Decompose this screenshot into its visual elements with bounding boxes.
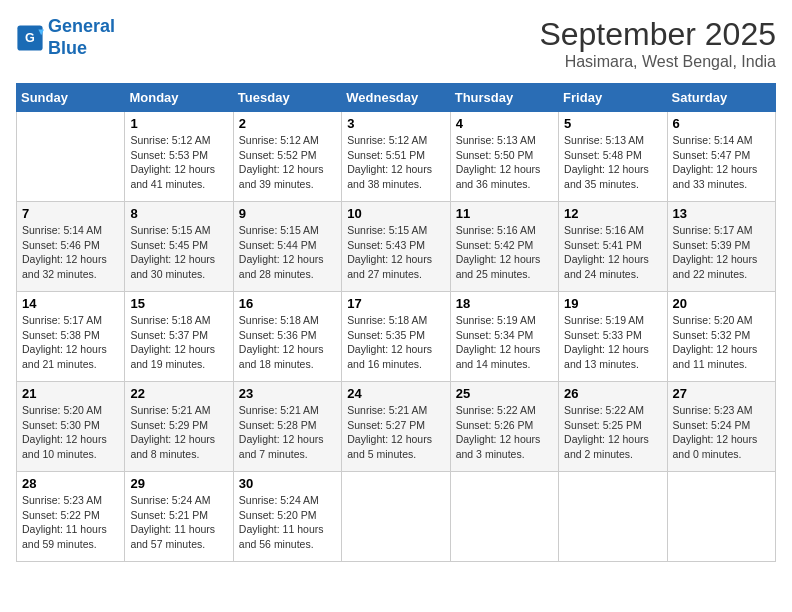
calendar-cell: 10Sunrise: 5:15 AM Sunset: 5:43 PM Dayli…	[342, 202, 450, 292]
day-number: 29	[130, 476, 227, 491]
day-number: 11	[456, 206, 553, 221]
day-info: Sunrise: 5:18 AM Sunset: 5:35 PM Dayligh…	[347, 313, 444, 372]
calendar-cell	[17, 112, 125, 202]
logo-text: General Blue	[48, 16, 115, 59]
day-number: 16	[239, 296, 336, 311]
weekday-header-thursday: Thursday	[450, 84, 558, 112]
logo: G General Blue	[16, 16, 115, 59]
day-info: Sunrise: 5:19 AM Sunset: 5:34 PM Dayligh…	[456, 313, 553, 372]
calendar-cell: 26Sunrise: 5:22 AM Sunset: 5:25 PM Dayli…	[559, 382, 667, 472]
calendar-week-2: 7Sunrise: 5:14 AM Sunset: 5:46 PM Daylig…	[17, 202, 776, 292]
calendar-cell: 27Sunrise: 5:23 AM Sunset: 5:24 PM Dayli…	[667, 382, 775, 472]
day-info: Sunrise: 5:18 AM Sunset: 5:36 PM Dayligh…	[239, 313, 336, 372]
location-subtitle: Hasimara, West Bengal, India	[539, 53, 776, 71]
calendar-week-5: 28Sunrise: 5:23 AM Sunset: 5:22 PM Dayli…	[17, 472, 776, 562]
day-info: Sunrise: 5:15 AM Sunset: 5:45 PM Dayligh…	[130, 223, 227, 282]
day-info: Sunrise: 5:12 AM Sunset: 5:51 PM Dayligh…	[347, 133, 444, 192]
day-number: 6	[673, 116, 770, 131]
day-info: Sunrise: 5:23 AM Sunset: 5:24 PM Dayligh…	[673, 403, 770, 462]
calendar-cell: 11Sunrise: 5:16 AM Sunset: 5:42 PM Dayli…	[450, 202, 558, 292]
calendar-cell: 30Sunrise: 5:24 AM Sunset: 5:20 PM Dayli…	[233, 472, 341, 562]
calendar-cell: 18Sunrise: 5:19 AM Sunset: 5:34 PM Dayli…	[450, 292, 558, 382]
day-number: 20	[673, 296, 770, 311]
day-info: Sunrise: 5:24 AM Sunset: 5:21 PM Dayligh…	[130, 493, 227, 552]
day-number: 8	[130, 206, 227, 221]
day-number: 22	[130, 386, 227, 401]
calendar-cell: 28Sunrise: 5:23 AM Sunset: 5:22 PM Dayli…	[17, 472, 125, 562]
calendar-cell: 24Sunrise: 5:21 AM Sunset: 5:27 PM Dayli…	[342, 382, 450, 472]
day-info: Sunrise: 5:15 AM Sunset: 5:43 PM Dayligh…	[347, 223, 444, 282]
calendar-cell: 29Sunrise: 5:24 AM Sunset: 5:21 PM Dayli…	[125, 472, 233, 562]
day-number: 1	[130, 116, 227, 131]
calendar-cell: 14Sunrise: 5:17 AM Sunset: 5:38 PM Dayli…	[17, 292, 125, 382]
day-info: Sunrise: 5:22 AM Sunset: 5:26 PM Dayligh…	[456, 403, 553, 462]
day-number: 12	[564, 206, 661, 221]
weekday-header-row: SundayMondayTuesdayWednesdayThursdayFrid…	[17, 84, 776, 112]
day-info: Sunrise: 5:21 AM Sunset: 5:27 PM Dayligh…	[347, 403, 444, 462]
day-number: 14	[22, 296, 119, 311]
day-info: Sunrise: 5:19 AM Sunset: 5:33 PM Dayligh…	[564, 313, 661, 372]
weekday-header-friday: Friday	[559, 84, 667, 112]
day-info: Sunrise: 5:24 AM Sunset: 5:20 PM Dayligh…	[239, 493, 336, 552]
day-info: Sunrise: 5:14 AM Sunset: 5:46 PM Dayligh…	[22, 223, 119, 282]
day-info: Sunrise: 5:15 AM Sunset: 5:44 PM Dayligh…	[239, 223, 336, 282]
calendar-cell: 21Sunrise: 5:20 AM Sunset: 5:30 PM Dayli…	[17, 382, 125, 472]
calendar-cell: 1Sunrise: 5:12 AM Sunset: 5:53 PM Daylig…	[125, 112, 233, 202]
day-number: 26	[564, 386, 661, 401]
header: G General Blue September 2025 Hasimara, …	[16, 16, 776, 71]
day-number: 23	[239, 386, 336, 401]
calendar-cell: 23Sunrise: 5:21 AM Sunset: 5:28 PM Dayli…	[233, 382, 341, 472]
day-number: 27	[673, 386, 770, 401]
day-number: 30	[239, 476, 336, 491]
day-number: 7	[22, 206, 119, 221]
weekday-header-tuesday: Tuesday	[233, 84, 341, 112]
calendar-week-4: 21Sunrise: 5:20 AM Sunset: 5:30 PM Dayli…	[17, 382, 776, 472]
day-number: 17	[347, 296, 444, 311]
weekday-header-sunday: Sunday	[17, 84, 125, 112]
calendar-cell: 25Sunrise: 5:22 AM Sunset: 5:26 PM Dayli…	[450, 382, 558, 472]
day-info: Sunrise: 5:20 AM Sunset: 5:30 PM Dayligh…	[22, 403, 119, 462]
svg-text:G: G	[25, 31, 35, 45]
day-info: Sunrise: 5:16 AM Sunset: 5:41 PM Dayligh…	[564, 223, 661, 282]
day-info: Sunrise: 5:22 AM Sunset: 5:25 PM Dayligh…	[564, 403, 661, 462]
day-number: 13	[673, 206, 770, 221]
calendar-cell: 16Sunrise: 5:18 AM Sunset: 5:36 PM Dayli…	[233, 292, 341, 382]
calendar-cell	[450, 472, 558, 562]
day-number: 24	[347, 386, 444, 401]
calendar-cell: 2Sunrise: 5:12 AM Sunset: 5:52 PM Daylig…	[233, 112, 341, 202]
calendar-cell	[342, 472, 450, 562]
day-info: Sunrise: 5:17 AM Sunset: 5:38 PM Dayligh…	[22, 313, 119, 372]
weekday-header-monday: Monday	[125, 84, 233, 112]
day-info: Sunrise: 5:17 AM Sunset: 5:39 PM Dayligh…	[673, 223, 770, 282]
weekday-header-saturday: Saturday	[667, 84, 775, 112]
day-number: 5	[564, 116, 661, 131]
day-number: 18	[456, 296, 553, 311]
day-info: Sunrise: 5:13 AM Sunset: 5:50 PM Dayligh…	[456, 133, 553, 192]
day-number: 2	[239, 116, 336, 131]
day-number: 25	[456, 386, 553, 401]
calendar-table: SundayMondayTuesdayWednesdayThursdayFrid…	[16, 83, 776, 562]
day-info: Sunrise: 5:13 AM Sunset: 5:48 PM Dayligh…	[564, 133, 661, 192]
weekday-header-wednesday: Wednesday	[342, 84, 450, 112]
day-number: 4	[456, 116, 553, 131]
day-number: 15	[130, 296, 227, 311]
day-number: 3	[347, 116, 444, 131]
day-number: 9	[239, 206, 336, 221]
day-info: Sunrise: 5:21 AM Sunset: 5:28 PM Dayligh…	[239, 403, 336, 462]
calendar-cell: 22Sunrise: 5:21 AM Sunset: 5:29 PM Dayli…	[125, 382, 233, 472]
calendar-cell: 12Sunrise: 5:16 AM Sunset: 5:41 PM Dayli…	[559, 202, 667, 292]
day-info: Sunrise: 5:23 AM Sunset: 5:22 PM Dayligh…	[22, 493, 119, 552]
calendar-week-3: 14Sunrise: 5:17 AM Sunset: 5:38 PM Dayli…	[17, 292, 776, 382]
calendar-cell: 15Sunrise: 5:18 AM Sunset: 5:37 PM Dayli…	[125, 292, 233, 382]
day-number: 10	[347, 206, 444, 221]
day-number: 21	[22, 386, 119, 401]
calendar-cell: 6Sunrise: 5:14 AM Sunset: 5:47 PM Daylig…	[667, 112, 775, 202]
day-info: Sunrise: 5:16 AM Sunset: 5:42 PM Dayligh…	[456, 223, 553, 282]
day-info: Sunrise: 5:18 AM Sunset: 5:37 PM Dayligh…	[130, 313, 227, 372]
day-info: Sunrise: 5:12 AM Sunset: 5:53 PM Dayligh…	[130, 133, 227, 192]
calendar-cell: 17Sunrise: 5:18 AM Sunset: 5:35 PM Dayli…	[342, 292, 450, 382]
day-info: Sunrise: 5:14 AM Sunset: 5:47 PM Dayligh…	[673, 133, 770, 192]
calendar-cell: 9Sunrise: 5:15 AM Sunset: 5:44 PM Daylig…	[233, 202, 341, 292]
calendar-cell: 7Sunrise: 5:14 AM Sunset: 5:46 PM Daylig…	[17, 202, 125, 292]
calendar-cell: 4Sunrise: 5:13 AM Sunset: 5:50 PM Daylig…	[450, 112, 558, 202]
